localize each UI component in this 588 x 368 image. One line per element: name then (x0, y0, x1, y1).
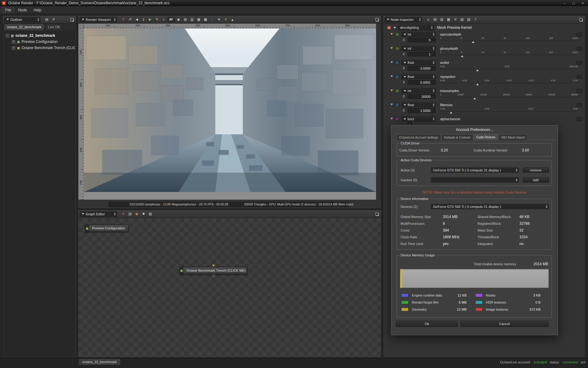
menu-node[interactable]: Node (15, 7, 30, 13)
stepper-icon[interactable] (514, 169, 518, 172)
material-node-icon[interactable]: ✱ (141, 211, 146, 217)
pause-render-icon[interactable]: ‖ (141, 17, 146, 22)
delete-node-icon[interactable]: ✕ (120, 211, 126, 217)
menu-help[interactable]: Help (31, 7, 44, 13)
param-pin-icon[interactable] (390, 118, 393, 120)
param-slider[interactable]: 0.000.000.000.000.000.020.10 (440, 79, 578, 87)
param-type-dropdown[interactable]: int (401, 32, 436, 37)
param-slider[interactable]: 1106672133432000426675333364000 (440, 93, 578, 102)
close-button[interactable]: ✕ (579, 1, 587, 6)
stepper-icon[interactable] (112, 18, 116, 21)
viewport-panel-dropdown[interactable]: Render Viewport (80, 17, 117, 22)
active-device-dropdown[interactable]: GeForce GTX 560 Ti ( 0 compute 21 displa… (431, 167, 519, 173)
param-slider[interactable]: 1.003.335.678.00 (440, 107, 578, 116)
copy-node-icon[interactable]: ▥ (439, 17, 445, 22)
tree-expander[interactable]: + (12, 40, 15, 44)
pick-material-icon[interactable]: ✎ (154, 17, 160, 22)
param-animation-button[interactable] (577, 103, 582, 107)
save-image-icon[interactable]: ↑ (209, 17, 215, 22)
stepper-icon[interactable] (431, 117, 435, 121)
camera-response-icon[interactable]: ▤ (182, 17, 188, 22)
cancel-button[interactable]: Cancel (460, 321, 548, 327)
param-type-dropdown[interactable]: int (401, 46, 436, 51)
stepper-icon[interactable] (544, 205, 548, 208)
graph-panel-dropdown[interactable]: Graph Editor (80, 211, 117, 217)
stepper-icon[interactable] (36, 18, 39, 21)
white-balance-picker-icon[interactable]: ◉ (175, 17, 181, 22)
node-output-pin-icon[interactable] (213, 274, 215, 277)
stepper-icon[interactable] (112, 213, 116, 216)
dialog-tab-cuda-devices[interactable]: Cuda Devices (473, 134, 498, 140)
stop-render-icon[interactable]: ✕ (120, 17, 126, 22)
save-preset-icon[interactable]: ▤ (432, 17, 438, 22)
alpha-checker-icon[interactable]: ▩ (202, 17, 208, 22)
param-value-field[interactable]: 16000 (408, 94, 436, 99)
resume-render-icon[interactable]: ▶ (147, 17, 153, 22)
help-icon[interactable]: ? (473, 17, 478, 22)
save-scene-icon[interactable]: ▤ (44, 17, 50, 22)
tree-expander[interactable]: - (6, 34, 9, 37)
expand-all-icon[interactable]: ▨ (466, 17, 472, 22)
dialog-tab-defaults-controls[interactable]: Defaults & Controls (441, 134, 473, 140)
stepper-icon[interactable] (514, 178, 518, 182)
param-animation-button[interactable] (577, 61, 582, 65)
param-slider[interactable]: 1310321013221024 (440, 51, 578, 59)
param-type-dropdown[interactable]: float (401, 60, 436, 65)
param-type-dropdown[interactable]: float (401, 74, 436, 79)
slider-thumb-icon[interactable] (473, 98, 476, 99)
stepper-icon[interactable] (431, 33, 435, 36)
outliner-item[interactable]: -▦octane_22_benchmark (4, 33, 75, 39)
render-target-node-icon[interactable]: ▤ (127, 211, 133, 217)
param-animation-button[interactable] (577, 89, 582, 93)
expand-panel-icon[interactable] (69, 17, 75, 22)
slider-thumb-icon[interactable] (461, 55, 463, 57)
viewport-canvas[interactable] (84, 29, 376, 200)
param-value-field[interactable]: 0.0001 (408, 80, 436, 85)
render-priority-icon[interactable]: ▲ (229, 17, 235, 22)
outliner-tab-scene[interactable]: octane_22_benchmark (4, 24, 44, 30)
param-value-field[interactable]: 5 (408, 38, 436, 42)
graph-node-preview-configuration[interactable]: ▣ Preview Configuration (85, 224, 128, 232)
collapse-arrow-icon[interactable] (394, 27, 396, 29)
stepper-icon[interactable] (431, 47, 435, 50)
node-input-pin-icon[interactable] (212, 265, 215, 267)
slider-thumb-icon[interactable] (450, 112, 452, 113)
expand-panel-icon[interactable] (374, 211, 380, 217)
reset-node-icon[interactable]: ↺ (452, 17, 458, 22)
param-pin-icon[interactable] (390, 61, 393, 63)
outliner-item[interactable]: +▣Preview Configuration (4, 39, 75, 45)
tree-expander[interactable]: + (12, 46, 15, 50)
stepper-icon[interactable] (431, 89, 435, 92)
param-slider[interactable]: 0.013.201024.00 (440, 65, 578, 73)
param-type-dropdown[interactable]: float (401, 102, 436, 107)
graph-node-benchmark-trench[interactable]: ▣ Octane Benchmark Trench (CLICK ME) (180, 267, 247, 274)
af-toggle-button[interactable]: AF (168, 17, 175, 22)
slider-thumb-icon[interactable] (476, 69, 479, 71)
stepper-icon[interactable] (417, 18, 421, 21)
param-animation-button[interactable] (577, 117, 582, 121)
param-type-dropdown[interactable]: int (401, 88, 436, 93)
remove-device-button[interactable]: remove (523, 167, 549, 173)
collapse-all-icon[interactable]: ▧ (459, 17, 465, 22)
param-animation-button[interactable] (577, 75, 582, 79)
stepper-icon[interactable] (431, 75, 435, 78)
outliner-tab-livedb[interactable]: Live DB (45, 24, 63, 30)
dialog-tab-octanelive-account-settings[interactable]: OctaneLive Account Settings (396, 134, 441, 140)
paste-node-icon[interactable]: ▦ (446, 17, 451, 22)
param-animation-button[interactable] (577, 47, 582, 51)
maximize-button[interactable]: ▢ (570, 1, 578, 6)
param-pin-icon[interactable] (390, 33, 393, 35)
menu-file[interactable]: File (2, 7, 14, 13)
stepper-icon[interactable] (429, 26, 433, 29)
sun-position-icon[interactable]: ☀ (223, 17, 228, 22)
param-pin-icon[interactable] (390, 90, 393, 91)
inactive-device-dropdown[interactable] (431, 177, 519, 182)
stepper-icon[interactable] (431, 61, 435, 64)
film-settings-icon[interactable]: ▥ (189, 17, 195, 22)
dialog-tab-obj-mesh-import[interactable]: OBJ Mesh Import (498, 134, 528, 140)
background-grid-icon[interactable]: ▦ (196, 17, 202, 22)
param-pin-icon[interactable] (390, 47, 393, 49)
ok-button[interactable]: Ok (396, 321, 458, 327)
expand-panel-icon[interactable] (374, 17, 380, 22)
param-pin-icon[interactable] (390, 75, 393, 77)
